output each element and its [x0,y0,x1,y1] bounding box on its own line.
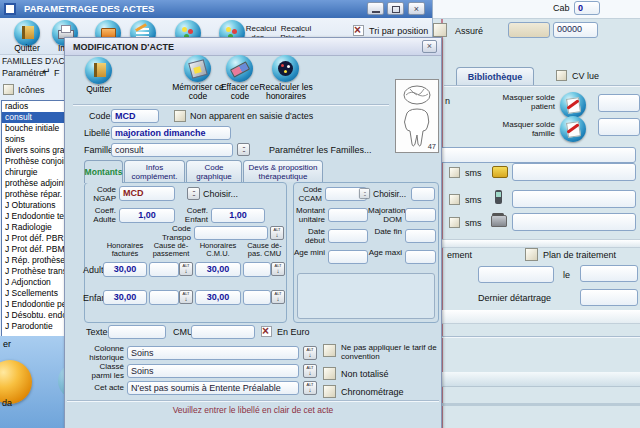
enfant-cause-cmu-alt-button[interactable] [271,290,285,304]
dialog-quitter-label: Quitter [78,85,120,94]
effacer-button[interactable] [226,55,253,82]
parametrer-link[interactable]: Paramétrer [2,68,47,78]
coeff-adulte-label: Coeff. Adulte [87,206,116,224]
dialog-close-button[interactable]: × [422,40,437,53]
plan-traitement-checkbox[interactable] [525,248,538,261]
date-fin-field[interactable] [405,229,436,243]
classe-parmi-alt-button[interactable] [303,364,317,378]
coeff-enfant-field[interactable]: 1,00 [211,208,265,223]
code-field[interactable]: MCD [111,109,159,123]
coeff-adulte-field[interactable]: 1,00 [119,208,175,223]
enfant-cause-alt-button[interactable] [179,290,193,304]
cab-field[interactable]: 0 [574,1,600,15]
sms-checkbox-2[interactable] [449,194,460,205]
famille-field[interactable]: consult [111,143,233,157]
dialog-titlebar[interactable]: MODIFICATION D'ACTE × [65,38,441,56]
montant-unitaire-field[interactable] [328,208,368,222]
cv-lue-checkbox[interactable] [556,70,567,81]
cet-acte-field[interactable]: N'est pas soumis à Entente Préalable [127,381,299,395]
assure-field-2[interactable]: 00000 [553,22,598,38]
date-field-2[interactable] [580,265,638,282]
enfant-cause-cmu-field[interactable] [243,290,271,305]
adulte-cause-field[interactable] [149,262,179,277]
parametrer-familles-link[interactable]: Paramétrer les Familles... [269,145,372,155]
sms-field-1[interactable] [512,163,636,181]
app-icon [4,3,16,15]
close-button[interactable]: × [408,2,425,15]
masquer-solde-patient-button[interactable] [560,92,586,118]
dialog-quitter-button[interactable] [85,57,112,84]
ccam-choisir-link[interactable]: Choisir... [373,189,406,199]
cet-acte-label: Cet acte [86,383,124,392]
patient-wide-field[interactable] [438,147,636,163]
age-mini-field[interactable] [328,250,368,264]
partial-label-er: er [3,339,11,349]
chronometrage-label: Chronométrage [341,387,404,397]
people-icon [182,27,187,32]
tab-montants[interactable]: Montants [84,160,123,183]
partial-label-ement: ement [447,250,472,260]
tab-devis-proposition[interactable]: Devis & proposition thérapeutique [243,160,323,182]
enfant-cause-field[interactable] [149,290,179,305]
status-message: Veuillez entrer le libellé en clair de c… [65,405,441,415]
sms-field-3[interactable] [512,213,636,231]
code-ccam-label: Code CCAM [295,185,322,203]
tab-bibliotheque[interactable]: Bibliothèque [456,67,534,86]
adulte-cmu-field[interactable]: 30,00 [195,262,241,277]
solde-famille-field[interactable] [598,118,640,136]
libelle-label: Libellé [84,128,110,138]
masquer-solde-famille-button[interactable] [560,116,586,142]
sms-field-2[interactable] [512,190,636,208]
desk-phone-handset-icon [492,213,504,216]
non-apparent-checkbox[interactable] [174,110,186,122]
code-transpo-field[interactable] [194,226,268,240]
adulte-cause-cmu-field[interactable] [243,262,271,277]
icones-checkbox[interactable] [3,84,14,95]
cab-label: Cab [553,3,570,13]
texte-field[interactable] [108,325,166,339]
assure-field-1[interactable] [508,22,550,38]
non-totalise-checkbox[interactable] [323,367,336,380]
door-icon [22,26,34,39]
enfant-honoraires-field[interactable]: 30,00 [103,290,147,305]
enfant-cmu-field[interactable]: 30,00 [195,290,241,305]
adulte-cause-alt-button[interactable] [179,262,193,276]
code-transpo-alt-button[interactable] [270,226,284,240]
ccam-small-field[interactable] [411,187,435,201]
age-maxi-field[interactable] [405,250,436,264]
date-debut-field[interactable] [328,229,368,243]
cet-acte-alt-button[interactable] [303,381,317,395]
memoriser-button[interactable] [184,55,211,82]
majoration-dom-field[interactable] [405,208,436,222]
code-ngap-field[interactable]: MCD [119,186,175,201]
famille-dropdown-button[interactable] [237,143,250,156]
adulte-honoraires-field[interactable]: 30,00 [103,262,147,277]
colonne-historique-alt-button[interactable] [303,346,317,360]
colonne-historique-field[interactable]: Soins [127,346,299,360]
separator-band [428,239,640,248]
recalculer-button[interactable] [272,55,299,82]
sms-checkbox-3[interactable] [449,217,460,228]
en-euro-checkbox[interactable] [261,326,272,337]
date-field-1[interactable] [478,266,554,283]
chronometrage-checkbox[interactable] [323,385,336,398]
libelle-field[interactable]: majoration dimanche [111,126,231,140]
solde-patient-field[interactable] [598,94,640,112]
adulte-cause-cmu-alt-button[interactable] [271,262,285,276]
cmu-field[interactable] [191,325,255,339]
tooth-number: 47 [428,142,436,151]
assure-checkbox[interactable] [433,23,447,37]
classe-parmi-field[interactable]: Soins [127,364,299,378]
maximize-button[interactable] [387,2,404,15]
ngap-choisir-grid-button[interactable] [187,187,200,200]
tarif-convention-checkbox[interactable] [323,344,336,357]
ngap-choisir-link[interactable]: Choisir... [203,189,238,199]
tri-par-position-checkbox[interactable] [353,25,364,36]
tab-code-graphique[interactable]: Code graphique [186,160,242,182]
tab-infos-complement[interactable]: Infos complément. [124,160,185,182]
le-label: le [563,270,570,280]
ccam-choisir-grid-button[interactable] [359,188,370,199]
minimize-button[interactable] [367,2,384,15]
dernier-detartrage-field[interactable] [580,289,638,306]
sms-checkbox-1[interactable] [449,167,460,178]
